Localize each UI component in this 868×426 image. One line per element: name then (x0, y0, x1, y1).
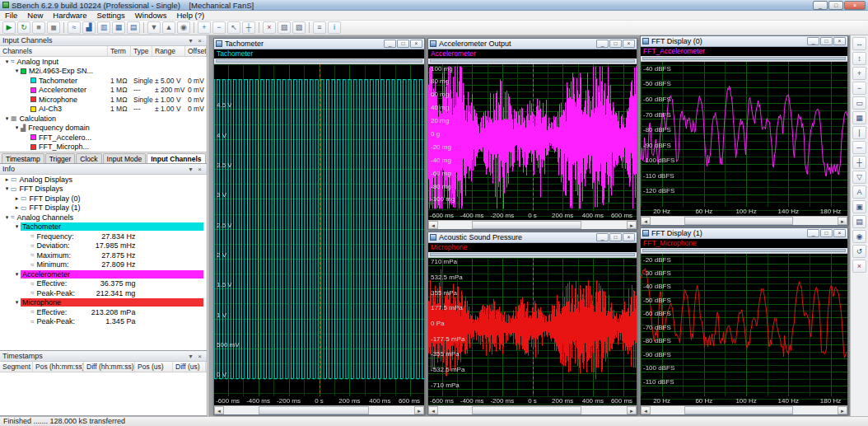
maximize-button[interactable]: □ (609, 233, 622, 241)
pan-scrollbar[interactable] (641, 248, 847, 254)
scroll-track[interactable] (651, 406, 838, 414)
tree-row[interactable]: ≈Deviation:17.985 mHz (0, 241, 207, 251)
close-button[interactable]: × (623, 40, 635, 48)
tree-row[interactable]: Accelerometer1 MΩ---± 200 mV0 mV (0, 86, 207, 96)
zoom-out-icon[interactable]: − (212, 21, 226, 34)
collapse-icon[interactable]: ▾ (3, 185, 11, 192)
delete-display-icon[interactable]: × (263, 21, 276, 34)
tree-row[interactable]: Microphone1 MΩSingle± 1.00 V0 mV (0, 95, 207, 105)
crosshair-icon[interactable]: ┼ (852, 156, 866, 169)
window-titlebar[interactable]: Acoustic Sound Pressure _□× (428, 232, 637, 243)
menu-item-file[interactable]: File (0, 11, 22, 21)
scroll-thumb[interactable] (472, 221, 581, 229)
start-icon[interactable]: ▶ (2, 21, 16, 34)
maximize-button[interactable]: □ (820, 229, 833, 237)
overlay-icon[interactable]: ▣ (852, 200, 866, 213)
scroll-track[interactable] (438, 406, 627, 414)
expand-icon[interactable]: ▸ (13, 204, 21, 211)
tree-row[interactable]: ≈Effective:36.375 mg (0, 279, 207, 289)
grid-toggle-icon[interactable]: ▦ (852, 111, 866, 124)
fit-width-icon[interactable]: ↔ (852, 37, 866, 50)
expand-icon[interactable]: ▸ (3, 176, 11, 183)
menu-item-hardware[interactable]: Hardware (48, 11, 91, 21)
minimize-button[interactable]: _ (813, 1, 828, 10)
tree-row[interactable]: ≈Effective:213.208 mPa (0, 307, 207, 317)
scroll-right-icon[interactable]: ► (414, 406, 424, 414)
maximize-button[interactable]: □ (397, 40, 409, 48)
minimize-button[interactable]: _ (807, 37, 819, 45)
marker-icon[interactable]: ▽ (852, 171, 866, 184)
plot-canvas[interactable] (641, 254, 847, 405)
tree-row[interactable]: Tachometer1 MΩSingle± 5.00 V0 mV (0, 76, 207, 86)
close-icon[interactable]: × (195, 165, 204, 174)
collapse-icon[interactable]: ▾ (13, 299, 21, 306)
tree-row[interactable]: ≈Maximum:27.875 Hz (0, 250, 207, 260)
pan-scrollbar[interactable] (428, 59, 637, 64)
tree-row[interactable]: ▾▟Frequency domain (0, 124, 207, 133)
scroll-track[interactable] (438, 221, 627, 229)
tree-row[interactable]: ▾▦Calculation (0, 114, 207, 124)
tree-row[interactable]: ≈Frequency:27.834 Hz (0, 232, 207, 241)
pan-scrollbar[interactable] (214, 59, 424, 64)
pin-icon[interactable]: ▾ (186, 352, 195, 361)
snapshot-icon[interactable]: ◉ (177, 21, 190, 34)
collapse-icon[interactable]: ▾ (13, 223, 21, 230)
tab-timestamp[interactable]: Timestamp (2, 153, 44, 163)
pan-scrollbar[interactable] (641, 56, 847, 62)
cursor-x-icon[interactable]: | (852, 126, 866, 139)
tree-row[interactable]: ▸▭FFT Display (1) (0, 204, 207, 213)
menu-item-settings[interactable]: Settings (92, 11, 130, 21)
channel-summary-row[interactable]: ▾Accelerometer (0, 269, 207, 279)
close-display-icon[interactable]: × (852, 260, 866, 273)
stop-icon[interactable]: ■ (32, 21, 45, 34)
tree-row[interactable]: ▸▭FFT Display (0) (0, 194, 207, 204)
save-data-icon[interactable]: ▼ (147, 21, 161, 34)
snapshot-icon[interactable]: ◉ (852, 230, 866, 243)
tab-clock[interactable]: Clock (76, 153, 101, 163)
tree-row[interactable]: AI-Ch31 MΩ---± 1.00 V0 mV (0, 105, 207, 115)
scroll-track[interactable] (651, 217, 838, 225)
scroll-thumb[interactable] (472, 406, 581, 414)
new-digital-display-icon[interactable]: ▥ (97, 21, 110, 34)
collapse-icon[interactable]: ▾ (13, 271, 21, 278)
cascade-windows-icon[interactable]: ▨ (292, 21, 306, 34)
scroll-thumb[interactable] (259, 406, 369, 414)
scroll-right-icon[interactable]: ► (838, 217, 847, 225)
text-annotation-icon[interactable]: A (852, 185, 866, 199)
pane-header[interactable]: Timestamps ▾× (0, 351, 207, 362)
new-spectrum-display-icon[interactable]: ▦ (112, 21, 125, 34)
minimize-button[interactable]: _ (384, 40, 396, 48)
zoom-in-icon[interactable]: + (852, 67, 866, 80)
tree-row[interactable]: ≈Peak-Peak:1.345 Pa (0, 317, 207, 327)
window-titlebar[interactable]: FFT Display (0) _□× (641, 36, 847, 47)
trace-label[interactable]: Microphone (428, 243, 637, 252)
minimize-button[interactable]: _ (596, 40, 609, 48)
tree-row[interactable]: ≈Minimum:27.809 Hz (0, 260, 207, 270)
expand-icon[interactable]: ▸ (13, 195, 21, 202)
settings-icon[interactable]: ≡ (313, 21, 326, 34)
pin-icon[interactable]: ▾ (186, 36, 195, 45)
window-titlebar[interactable]: FFT Display (1) _□× (641, 228, 847, 239)
channel-summary-row[interactable]: ▾Tachometer (0, 222, 207, 232)
pan-thumb[interactable] (642, 249, 846, 252)
menu-item-help[interactable]: Help (?) (171, 11, 209, 21)
window-titlebar[interactable]: Accelerometer Output _□× (428, 39, 637, 49)
collapse-icon[interactable]: ▾ (13, 68, 21, 74)
pan-thumb[interactable] (430, 253, 635, 256)
tree-row[interactable]: ▾≈Analog Input (0, 57, 207, 67)
scroll-right-icon[interactable]: ► (838, 406, 847, 414)
close-icon[interactable]: × (195, 36, 204, 45)
cursor-y-icon[interactable]: ─ (852, 141, 866, 154)
new-fft-display-icon[interactable]: ▟ (82, 21, 96, 34)
menu-item-windows[interactable]: Windows (130, 11, 172, 21)
zoom-out-icon[interactable]: − (852, 82, 866, 95)
undo-zoom-icon[interactable]: ↺ (852, 245, 866, 258)
new-analog-display-icon[interactable]: ≈ (68, 21, 81, 34)
zoom-in-icon[interactable]: + (198, 21, 211, 34)
trace-label[interactable]: FFT_Accelerometer (641, 47, 847, 56)
close-icon[interactable]: × (195, 352, 204, 361)
maximize-button[interactable]: □ (609, 40, 622, 48)
plot-canvas[interactable] (428, 258, 637, 405)
tab-input-mode[interactable]: Input Mode (103, 153, 147, 163)
maximize-button[interactable]: □ (828, 1, 843, 10)
